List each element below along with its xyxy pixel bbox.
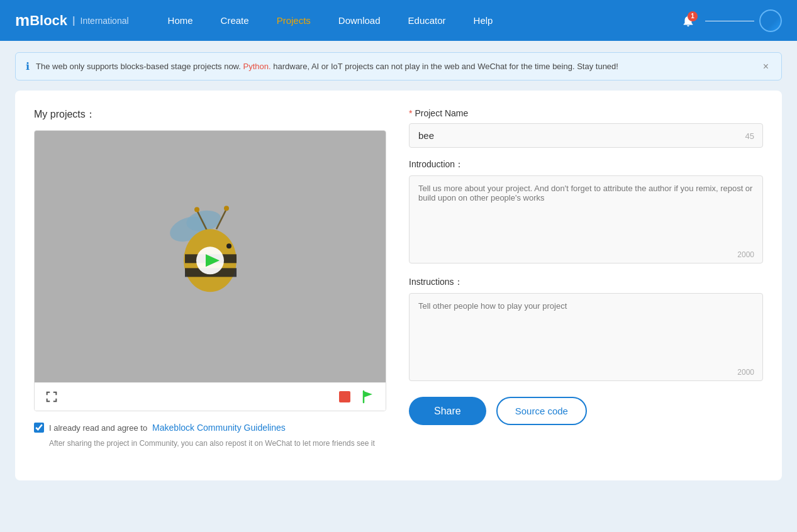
nav-educator[interactable]: Educator — [394, 0, 460, 41]
banner-close-button[interactable]: × — [761, 62, 771, 72]
info-banner: ℹ The web only supports blocks-based sta… — [15, 52, 782, 80]
ctrl-left — [42, 387, 61, 406]
main-card: My projects： — [15, 91, 782, 480]
project-name-char-count: 45 — [745, 131, 754, 140]
username-display: —————— — [705, 16, 754, 25]
right-panel: *Project Name 45 Introduction： 2000 Inst… — [409, 108, 763, 463]
banner-text: The web only supports blocks-based stage… — [36, 62, 754, 71]
logo-block: Block — [30, 13, 67, 29]
fullscreen-button[interactable] — [42, 387, 61, 406]
project-name-input[interactable] — [409, 123, 763, 148]
nav-home[interactable]: Home — [154, 0, 207, 41]
required-star: * — [409, 108, 412, 118]
logo-m: m — [15, 11, 30, 30]
svg-point-10 — [226, 243, 231, 248]
nav-links: Home Create Projects Download Educator H… — [154, 0, 681, 41]
project-name-label: *Project Name — [409, 108, 763, 118]
nav-right: 1 —————— — [681, 9, 782, 32]
bell-badge: 1 — [688, 11, 698, 21]
instructions-field: Instructions： 2000 — [409, 277, 763, 383]
project-name-field: *Project Name 45 — [409, 108, 763, 148]
bee-svg — [147, 186, 273, 312]
source-code-button[interactable]: Source code — [496, 397, 587, 425]
instructions-label: Instructions： — [409, 277, 763, 288]
play-button[interactable] — [358, 387, 378, 407]
fullscreen-icon — [45, 390, 59, 404]
preview-controls — [35, 382, 386, 411]
preview-stage — [35, 131, 386, 382]
stop-icon — [339, 391, 350, 402]
introduction-label: Introduction： — [409, 159, 763, 170]
instr-textarea-wrap: 2000 — [409, 293, 763, 383]
intro-char-count: 2000 — [737, 250, 754, 259]
nav-projects[interactable]: Projects — [263, 0, 325, 41]
info-icon: ℹ — [26, 60, 30, 72]
project-name-input-wrap: 45 — [409, 123, 763, 148]
share-note: After sharing the project in Community, … — [34, 438, 386, 449]
introduction-textarea[interactable] — [409, 175, 763, 263]
stop-button[interactable] — [337, 387, 353, 407]
nav-help[interactable]: Help — [460, 0, 507, 41]
user-menu[interactable]: —————— — [705, 9, 782, 32]
navbar: mBlock | International Home Create Proje… — [0, 0, 797, 41]
ctrl-right — [337, 387, 378, 407]
instructions-textarea[interactable] — [409, 293, 763, 381]
nav-create[interactable]: Create — [207, 0, 263, 41]
action-buttons: Share Source code — [409, 397, 763, 425]
left-panel: My projects： — [34, 108, 386, 463]
notification-bell[interactable]: 1 — [681, 14, 695, 28]
share-button[interactable]: Share — [409, 397, 486, 425]
intro-textarea-wrap: 2000 — [409, 175, 763, 265]
svg-point-5 — [224, 206, 229, 211]
play-flag-icon — [360, 389, 376, 404]
logo-separator: | — [72, 15, 75, 26]
community-guidelines-link[interactable]: Makeblock Community Guidelines — [152, 423, 286, 433]
introduction-field: Introduction： 2000 — [409, 159, 763, 265]
logo[interactable]: mBlock | International — [15, 11, 129, 30]
instr-char-count: 2000 — [737, 368, 754, 377]
my-projects-title: My projects： — [34, 108, 386, 121]
user-avatar[interactable] — [759, 9, 782, 32]
agree-checkbox[interactable] — [34, 423, 44, 433]
agree-text-label: I already read and agree to — [49, 423, 147, 433]
agree-area: I already read and agree to Makeblock Co… — [34, 423, 386, 433]
svg-point-3 — [194, 207, 199, 212]
avatar-image — [759, 9, 782, 32]
logo-international: International — [81, 16, 129, 26]
nav-download[interactable]: Download — [325, 0, 394, 41]
bee-illustration — [147, 186, 273, 314]
project-preview — [34, 130, 386, 411]
